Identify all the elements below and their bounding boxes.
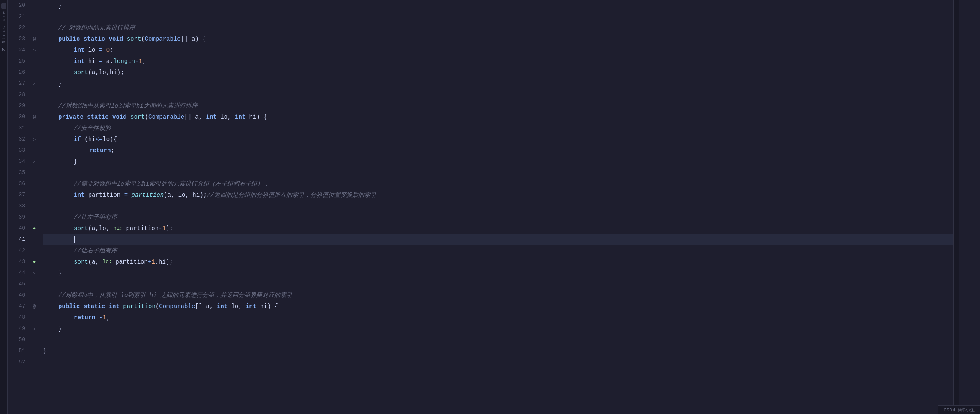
code-line-39: //让左子组有序 [43,212,953,223]
line-num-32: 32 [9,134,25,145]
code-line-33: return; [43,145,953,156]
code-line-43: sort(a, lo: partition+1,hi); [43,256,953,267]
line-num-52: 52 [9,357,25,368]
code-line-24: int lo = 0; [43,45,953,56]
line-num-49: 49 [9,323,25,334]
status-bar: CSDN @许小鱼 [938,405,980,414]
param-hint-40: hi: [113,223,123,234]
code-line-37: int partition = partition(a, lo, hi); //… [43,189,953,201]
code-line-23: public static void sort(Comparable[] a) … [43,33,953,45]
code-line-38 [43,201,953,212]
code-line-51: } [43,345,953,357]
line-num-40: 40 [9,223,25,234]
gutter-29 [29,100,39,111]
scrollbar[interactable] [953,0,959,414]
code-line-28 [43,89,953,100]
gutter-46 [29,290,39,301]
gutter-48 [29,312,39,323]
line-num-36: 36 [9,178,25,189]
gutter-43: ● [29,256,39,267]
gutter-22 [29,22,39,33]
code-area: 20 21 22 23 24 25 26 27 28 29 30 31 32 3… [8,0,959,414]
code-line-47: public static int partition(Comparable[]… [43,301,953,312]
code-line-27: } [43,78,953,89]
gutter-51 [29,345,39,357]
fold-icon-44: ▷ [33,270,36,276]
text-cursor [74,236,75,243]
gutter-27[interactable]: ▷ [29,78,39,89]
z-structure-icon [1,3,6,9]
fold-icon-27: ▷ [33,81,36,86]
code-line-40: sort(a,lo, hi: partition-1); [43,223,953,234]
line-numbers: 20 21 22 23 24 25 26 27 28 29 30 31 32 3… [8,0,29,414]
gutter-23: @ [29,33,39,45]
code-line-50 [43,334,953,345]
line-num-34: 34 [9,156,25,167]
code-line-52 [43,357,953,368]
z-structure-label: Z-Structure [1,10,6,51]
gutter-24[interactable]: ▷ [29,45,39,56]
code-line-44: } [43,267,953,279]
code-line-29: //对数组a中从索引lo到索引hi之间的元素进行排序 [43,100,953,111]
code-line-31: //安全性校验 [43,123,953,134]
code-line-25: int hi = a.length-1; [43,56,953,67]
line-num-25: 25 [9,56,25,67]
line-num-46: 46 [9,290,25,301]
z-structure-panel: Z-Structure [0,0,8,414]
gutter-52 [29,357,39,368]
editor-container: Z-Structure 20 21 22 23 24 25 26 27 28 2… [0,0,980,414]
line-num-22: 22 [9,22,25,33]
line-num-31: 31 [9,123,25,134]
code-line-45 [43,279,953,290]
line-num-27: 27 [9,78,25,89]
code-line-46: //对数组a中，从索引 lo到索引 hi 之间的元素进行分组，并返回分组界限对应… [43,290,953,301]
code-line-48: return -1; [43,312,953,323]
gutter-41 [29,234,39,245]
code-line-21 [43,11,953,22]
code-line-22: // 对数组内的元素进行排序 [43,22,953,33]
gutter-35 [29,167,39,178]
line-num-24: 24 [9,45,25,56]
gutter-44[interactable]: ▷ [29,267,39,279]
fold-icon-24: ▷ [33,48,36,53]
code-lines[interactable]: } // 对数组内的元素进行排序 public static void sort… [39,0,953,414]
gutter: @ ▷ ▷ @ ▷ ▷ [29,0,39,414]
gutter-38 [29,201,39,212]
debug-icon-40: ● [33,226,36,231]
code-line-42: //让右子组有序 [43,245,953,256]
gutter-32[interactable]: ▷ [29,134,39,145]
code-line-26: sort(a,lo,hi); [43,67,953,78]
gutter-42 [29,245,39,256]
status-brand: CSDN @许小鱼 [944,407,975,413]
param-hint-43: lo: [102,256,112,267]
line-num-26: 26 [9,67,25,78]
gutter-36 [29,178,39,189]
code-line-41[interactable] [43,234,953,245]
gutter-49[interactable]: ▷ [29,323,39,334]
line-num-45: 45 [9,279,25,290]
code-line-32: if (hi<=lo){ [43,134,953,145]
line-num-20: 20 [9,0,25,11]
gutter-33 [29,145,39,156]
line-num-33: 33 [9,145,25,156]
line-num-48: 48 [9,312,25,323]
line-num-42: 42 [9,245,25,256]
gutter-30: @ [29,111,39,123]
line-num-28: 28 [9,89,25,100]
code-line-20: } [43,0,953,11]
gutter-45 [29,279,39,290]
line-num-29: 29 [9,100,25,111]
fold-icon-49: ▷ [33,326,36,331]
gutter-34[interactable]: ▷ [29,156,39,167]
gutter-39 [29,212,39,223]
line-num-43: 43 [9,256,25,267]
line-num-47: 47 [9,301,25,312]
code-line-49: } [43,323,953,334]
gutter-26 [29,67,39,78]
line-num-44: 44 [9,267,25,279]
gutter-47: @ [29,301,39,312]
line-num-35: 35 [9,167,25,178]
gutter-25 [29,56,39,67]
line-num-30: 30 [9,111,25,123]
line-num-50: 50 [9,334,25,345]
